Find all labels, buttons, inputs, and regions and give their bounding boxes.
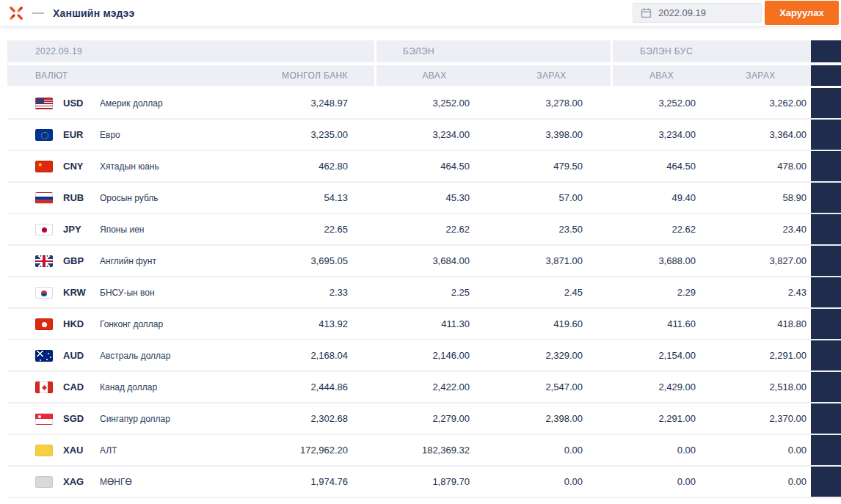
currency-code: CNY bbox=[63, 161, 91, 172]
currency-cell: EUR Евро bbox=[7, 129, 205, 141]
rate-cash-buy: 411.30 bbox=[374, 318, 492, 329]
show-button[interactable]: Харуулах bbox=[765, 1, 839, 25]
rate-cash-sell: 479.50 bbox=[492, 161, 611, 172]
currency-flag-icon bbox=[35, 350, 53, 362]
rate-cash-sell: 3,278.00 bbox=[492, 98, 611, 109]
rate-noncash-buy: 3,252.00 bbox=[611, 98, 710, 109]
currency-code: XAG bbox=[63, 476, 91, 487]
table-row: CNY Хятадын юань 462.80 464.50 479.50 46… bbox=[7, 151, 841, 183]
currency-code: AUD bbox=[63, 350, 91, 361]
table-row: KRW БНСУ-ын вон 2.33 2.25 2.45 2.29 2.43 bbox=[7, 277, 841, 309]
rate-cash-buy: 45.30 bbox=[374, 192, 492, 203]
rate-noncash-sell: 0.00 bbox=[710, 476, 811, 487]
currency-cell: HKD Гонконг доллар bbox=[7, 318, 205, 330]
currency-code: XAU bbox=[63, 445, 91, 456]
currency-flag-icon bbox=[35, 161, 53, 172]
rate-noncash-buy: 0.00 bbox=[611, 445, 710, 456]
date-value: 2022.09.19 bbox=[658, 7, 706, 18]
table-right-rail bbox=[811, 65, 841, 86]
currency-cell: XAU АЛТ bbox=[7, 445, 205, 456]
currency-name: Английн фунт bbox=[100, 256, 156, 266]
rate-noncash-buy: 2.29 bbox=[611, 287, 710, 298]
currency-code: SGD bbox=[63, 413, 91, 424]
rate-mongol-bank: 3,248.97 bbox=[205, 98, 374, 109]
bank-logo-icon bbox=[7, 4, 25, 22]
table-row: EUR Евро 3,235.00 3,234.00 3,398.00 3,23… bbox=[7, 120, 841, 151]
rate-mongol-bank: 2,302.68 bbox=[205, 413, 374, 424]
rate-cash-sell: 2.45 bbox=[492, 287, 611, 298]
rate-mongol-bank: 2,444.86 bbox=[205, 381, 374, 392]
currency-cell: CNY Хятадын юань bbox=[7, 161, 205, 172]
rate-cash-sell: 3,871.00 bbox=[492, 255, 611, 266]
currency-cell: XAG МӨНГӨ bbox=[7, 476, 205, 488]
table-right-rail bbox=[811, 435, 841, 465]
date-picker[interactable]: 2022.09.19 bbox=[633, 3, 762, 23]
title-separator bbox=[32, 12, 44, 14]
rate-noncash-sell: 3,364.00 bbox=[710, 129, 811, 140]
currency-name: Оросын рубль bbox=[100, 193, 159, 203]
currency-name: Сингапур доллар bbox=[100, 414, 170, 424]
currency-flag-icon bbox=[35, 255, 53, 267]
currency-code: JPY bbox=[63, 224, 91, 235]
rate-mongol-bank: 22.65 bbox=[205, 224, 374, 235]
currency-flag-icon bbox=[35, 224, 53, 235]
currency-name: Канад доллар bbox=[100, 382, 157, 392]
table-row: AUD Австраль доллар 2,168.04 2,146.00 2,… bbox=[7, 340, 841, 372]
table-row: XAU АЛТ 172,962.20 182,369.32 0.00 0.00 … bbox=[7, 435, 841, 467]
rate-mongol-bank: 3,695.05 bbox=[205, 255, 374, 266]
rate-cash-buy: 3,234.00 bbox=[374, 129, 492, 140]
rate-noncash-sell: 2,518.00 bbox=[710, 381, 811, 392]
currency-code: EUR bbox=[63, 129, 91, 140]
rate-cash-sell: 2,398.00 bbox=[492, 413, 611, 424]
rate-noncash-buy: 2,154.00 bbox=[611, 350, 710, 361]
rate-cash-buy: 22.62 bbox=[374, 224, 492, 235]
table-right-rail bbox=[811, 372, 841, 402]
currency-cell: KRW БНСУ-ын вон bbox=[7, 287, 205, 299]
currency-flag-icon bbox=[35, 129, 53, 141]
rate-noncash-sell: 2.43 bbox=[710, 287, 811, 298]
rate-mongol-bank: 54.13 bbox=[205, 192, 374, 203]
currency-cell: GBP Английн фунт bbox=[7, 255, 205, 267]
rate-cash-sell: 2,547.00 bbox=[492, 381, 611, 392]
column-header-cash-sell: ЗАРАХ bbox=[492, 65, 611, 86]
rate-noncash-buy: 22.62 bbox=[611, 224, 710, 235]
currency-name: Австраль доллар bbox=[100, 351, 170, 361]
table-right-rail bbox=[811, 183, 841, 213]
currency-name: АЛТ bbox=[100, 445, 117, 456]
rate-mongol-bank: 413.92 bbox=[205, 318, 374, 329]
rate-cash-buy: 2,146.00 bbox=[374, 350, 492, 361]
table-row: JPY Японы иен 22.65 22.62 23.50 22.62 23… bbox=[7, 214, 841, 246]
rate-cash-buy: 2,422.00 bbox=[374, 381, 492, 392]
table-right-rail bbox=[811, 340, 841, 370]
table-right-rail bbox=[811, 40, 841, 62]
table-row: CAD Канад доллар 2,444.86 2,422.00 2,547… bbox=[7, 372, 841, 403]
table-right-rail bbox=[811, 277, 841, 307]
rate-mongol-bank: 2,168.04 bbox=[205, 350, 374, 361]
table-right-rail bbox=[811, 214, 841, 244]
table-right-rail bbox=[811, 88, 841, 118]
currency-flag-icon bbox=[35, 192, 53, 204]
currency-cell: AUD Австраль доллар bbox=[7, 350, 205, 362]
rate-cash-sell: 419.60 bbox=[492, 318, 611, 329]
rate-noncash-sell: 418.80 bbox=[710, 318, 811, 329]
currency-flag-icon bbox=[35, 413, 53, 425]
currency-flag-icon bbox=[35, 318, 53, 330]
rate-noncash-sell: 58.90 bbox=[710, 192, 811, 203]
rate-noncash-buy: 3,234.00 bbox=[611, 129, 710, 140]
rate-noncash-buy: 411.60 bbox=[611, 318, 710, 329]
rate-cash-sell: 23.50 bbox=[492, 224, 611, 235]
table-body: USD Америк доллар 3,248.97 3,252.00 3,27… bbox=[7, 88, 841, 498]
table-right-rail bbox=[811, 467, 841, 497]
rate-noncash-sell: 3,827.00 bbox=[710, 255, 811, 266]
rate-cash-sell: 2,329.00 bbox=[492, 350, 611, 361]
rate-noncash-buy: 2,291.00 bbox=[611, 413, 710, 424]
topbar: Ханшийн мэдээ 2022.09.19 Харуулах bbox=[0, 0, 841, 26]
rate-cash-buy: 3,252.00 bbox=[374, 98, 492, 109]
rate-cash-sell: 0.00 bbox=[492, 445, 611, 456]
rate-noncash-buy: 2,429.00 bbox=[611, 381, 710, 392]
rate-cash-buy: 1,879.70 bbox=[374, 476, 492, 487]
table-row: SGD Сингапур доллар 2,302.68 2,279.00 2,… bbox=[7, 403, 841, 435]
table-row: RUB Оросын рубль 54.13 45.30 57.00 49.40… bbox=[7, 183, 841, 214]
table-row: HKD Гонконг доллар 413.92 411.30 419.60 … bbox=[7, 309, 841, 340]
currency-code: GBP bbox=[63, 255, 91, 266]
